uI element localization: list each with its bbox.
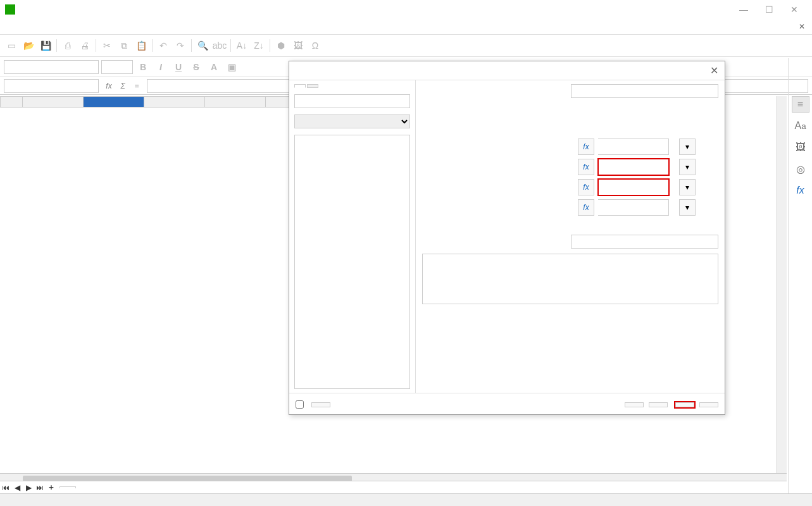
menu-style[interactable] [53, 25, 63, 28]
sort-asc-icon[interactable]: A↓ [234, 38, 249, 53]
menu-insert[interactable] [33, 25, 43, 28]
statusbar [0, 493, 812, 506]
col-header-a[interactable] [23, 96, 84, 108]
close-button[interactable]: ✕ [782, 0, 807, 19]
menu-edit[interactable] [13, 25, 23, 28]
function-list[interactable] [294, 135, 410, 389]
app-icon [5, 4, 15, 15]
underline-button[interactable]: U [171, 59, 186, 75]
sort-desc-icon[interactable]: Z↓ [251, 38, 266, 53]
category-select[interactable] [294, 114, 410, 128]
menu-file[interactable] [3, 25, 13, 28]
back-button[interactable] [625, 402, 644, 407]
arg2-input[interactable] [598, 159, 669, 175]
menu-data[interactable] [73, 25, 84, 28]
result2-value [571, 235, 718, 249]
image-icon[interactable]: 🖼 [290, 38, 306, 53]
open-icon[interactable]: 📂 [21, 38, 36, 53]
arg1-shrink-button[interactable]: ▾ [679, 139, 696, 155]
navigator-icon[interactable]: ◎ [792, 161, 809, 177]
menubar: ✕ [0, 19, 812, 34]
font-name-input[interactable] [4, 60, 99, 74]
sheet-tab-strip: ⏮ ◀ ▶ ⏭ ＋ [0, 481, 787, 493]
arg2-fx-button[interactable]: fx [578, 159, 594, 175]
arg1-input[interactable] [598, 139, 669, 155]
formula-textarea[interactable] [422, 254, 718, 304]
dialog-tabs [294, 84, 410, 88]
copy-icon[interactable]: ⧉ [116, 38, 132, 53]
search-input[interactable] [294, 94, 410, 108]
ok-button[interactable] [675, 402, 694, 407]
dialog-close-button[interactable]: ✕ [710, 65, 718, 77]
menu-sheet[interactable] [63, 25, 73, 28]
help-button[interactable] [311, 402, 330, 407]
find-icon[interactable]: 🔍 [195, 38, 210, 53]
side-panel: ≡ Aa 🖼 ◎ fx [788, 58, 812, 493]
arg4-fx-button[interactable]: fx [578, 199, 594, 216]
arg3-fx-button[interactable]: fx [578, 179, 594, 195]
menu-format[interactable] [43, 25, 53, 28]
col-header-d[interactable] [205, 96, 266, 108]
properties-icon[interactable]: ≡ [792, 96, 809, 113]
add-sheet-button[interactable]: ＋ [46, 482, 57, 493]
tab-functions[interactable] [294, 84, 306, 88]
vertical-scrollbar[interactable] [777, 96, 787, 473]
new-icon[interactable]: ▭ [4, 38, 19, 53]
cancel-button[interactable] [699, 402, 718, 407]
redo-icon[interactable]: ↷ [173, 38, 188, 53]
cut-icon[interactable]: ✂ [99, 38, 115, 53]
undo-icon[interactable]: ↶ [156, 38, 171, 53]
sheet-tab[interactable] [59, 486, 76, 488]
arg3-input[interactable] [598, 179, 669, 195]
functions-icon[interactable]: fx [792, 182, 809, 199]
tab-structure[interactable] [307, 84, 318, 88]
dialog-titlebar: ✕ [289, 61, 725, 80]
arg4-shrink-button[interactable]: ▾ [679, 199, 696, 216]
paste-icon[interactable]: 📋 [134, 38, 149, 53]
first-sheet-button[interactable]: ⏮ [0, 482, 11, 493]
styles-icon[interactable]: Aa [792, 118, 809, 134]
sum-icon[interactable]: Σ [116, 80, 129, 92]
bold-button[interactable]: B [135, 59, 151, 75]
fx-icon[interactable]: fx [103, 80, 115, 92]
menu-view[interactable] [23, 25, 33, 28]
namebox-input[interactable] [4, 79, 99, 93]
titlebar: — ☐ ✕ [0, 0, 812, 19]
last-sheet-button[interactable]: ⏭ [34, 482, 46, 493]
matrix-checkbox[interactable] [296, 400, 306, 409]
italic-button[interactable]: I [153, 59, 168, 75]
bg-color-button[interactable]: ▣ [224, 59, 239, 75]
next-sheet-button[interactable]: ▶ [23, 482, 34, 493]
spellcheck-icon[interactable]: abc [212, 38, 227, 53]
chart-icon[interactable]: ⬢ [273, 38, 289, 53]
font-size-input[interactable] [101, 60, 133, 74]
font-color-button[interactable]: A [206, 59, 222, 75]
col-header-b[interactable] [84, 96, 144, 108]
menu-tools[interactable] [84, 25, 94, 28]
arg1-fx-button[interactable]: fx [578, 139, 594, 155]
col-header-c[interactable] [144, 96, 205, 108]
menu-window[interactable] [94, 25, 104, 28]
maximize-button[interactable]: ☐ [756, 0, 782, 19]
formula-result-value [571, 84, 718, 98]
select-all-corner[interactable] [0, 96, 23, 108]
prev-sheet-button[interactable]: ◀ [11, 482, 23, 493]
arg3-shrink-button[interactable]: ▾ [679, 179, 696, 195]
menu-help[interactable] [104, 25, 114, 28]
function-wizard-dialog: ✕ [289, 61, 725, 415]
save-icon[interactable]: 💾 [38, 38, 53, 53]
gallery-icon[interactable]: 🖼 [792, 139, 809, 156]
strike-button[interactable]: S [189, 59, 204, 75]
equals-icon[interactable]: = [130, 80, 143, 92]
pdf-icon[interactable]: ⎙ [60, 38, 75, 53]
main-toolbar: ▭ 📂 💾 ⎙ 🖨 ✂ ⧉ 📋 ↶ ↷ 🔍 abc A↓ Z↓ ⬢ 🖼 Ω [0, 34, 812, 57]
next-button[interactable] [649, 402, 668, 407]
minimize-button[interactable]: — [731, 0, 756, 19]
print-icon[interactable]: 🖨 [77, 38, 92, 53]
special-char-icon[interactable]: Ω [308, 38, 323, 53]
arg2-shrink-button[interactable]: ▾ [679, 159, 696, 175]
arg4-input[interactable] [598, 199, 669, 216]
close-document-button[interactable]: ✕ [794, 19, 809, 34]
